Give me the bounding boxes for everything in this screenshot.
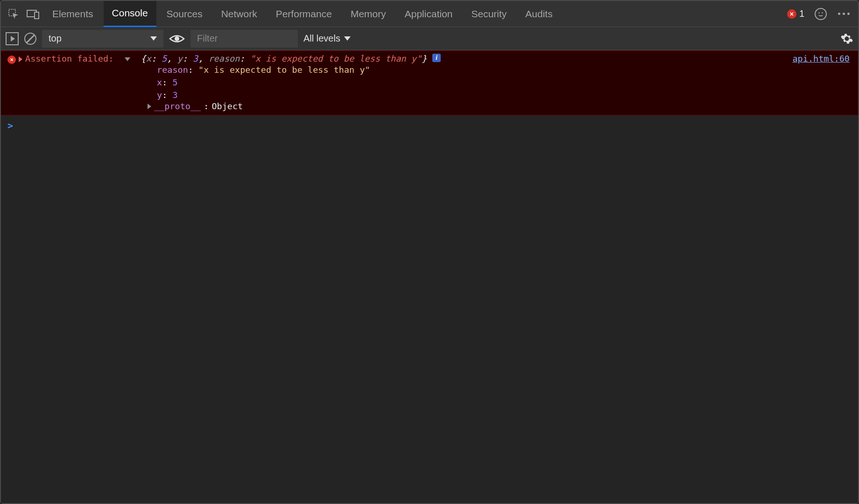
source-link[interactable]: api.html:60 xyxy=(792,54,850,63)
chevron-down-icon xyxy=(344,36,351,41)
error-icon: × xyxy=(7,56,16,64)
console-settings-icon[interactable] xyxy=(840,32,853,45)
object-property[interactable]: reason: "x is expected to be less than y… xyxy=(157,64,852,77)
tab-network[interactable]: Network xyxy=(213,1,266,27)
filter-input[interactable] xyxy=(190,30,298,48)
svg-point-4 xyxy=(822,12,823,14)
tab-console[interactable]: Console xyxy=(104,1,156,27)
error-count-value: 1 xyxy=(799,8,804,19)
error-count-badge[interactable]: × 1 xyxy=(787,8,804,19)
tab-elements[interactable]: Elements xyxy=(44,1,102,27)
execution-context-select[interactable]: top xyxy=(42,30,163,48)
object-preview[interactable]: {x: 5, y: 3, reason: "x is expected to b… xyxy=(141,54,427,63)
devtools-tabbar: Elements Console Sources Network Perform… xyxy=(1,1,858,27)
object-collapse-icon[interactable] xyxy=(125,57,130,61)
clear-console-icon[interactable] xyxy=(24,33,36,45)
inspect-element-icon[interactable] xyxy=(5,5,22,23)
tab-security[interactable]: Security xyxy=(463,1,515,27)
expand-toggle-icon[interactable] xyxy=(19,56,22,62)
object-expanded: reason: "x is expected to be less than y… xyxy=(7,64,852,101)
object-proto[interactable]: __proto__: Object xyxy=(7,101,852,111)
console-output: api.html:60 × Assertion failed: {x: 5, y… xyxy=(1,50,858,503)
object-property[interactable]: x: 5 xyxy=(157,77,852,89)
console-toolbar: top All levels xyxy=(1,27,858,50)
live-expression-icon[interactable] xyxy=(169,34,185,44)
error-icon: × xyxy=(787,9,796,19)
assertion-label: Assertion failed: xyxy=(25,54,113,63)
tab-memory[interactable]: Memory xyxy=(342,1,394,27)
execution-context-value: top xyxy=(49,33,62,44)
expand-toggle-icon[interactable] xyxy=(148,104,151,109)
console-prompt[interactable]: > xyxy=(1,115,858,136)
chevron-down-icon xyxy=(150,36,157,41)
log-levels-select[interactable]: All levels xyxy=(303,33,351,44)
svg-point-3 xyxy=(818,12,820,14)
feedback-icon[interactable] xyxy=(815,8,827,20)
device-toolbar-icon[interactable] xyxy=(24,5,42,23)
svg-point-5 xyxy=(175,36,179,41)
log-levels-label: All levels xyxy=(303,33,340,44)
toggle-console-drawer-icon[interactable] xyxy=(6,32,19,45)
object-property[interactable]: y: 3 xyxy=(157,89,852,102)
info-badge-icon[interactable]: i xyxy=(432,54,441,62)
prompt-chevron-icon: > xyxy=(7,120,13,131)
more-menu-icon[interactable] xyxy=(838,13,850,15)
tab-performance[interactable]: Performance xyxy=(268,1,340,27)
tab-audits[interactable]: Audits xyxy=(517,1,561,27)
tab-application[interactable]: Application xyxy=(396,1,461,27)
tab-sources[interactable]: Sources xyxy=(158,1,211,27)
console-error-message[interactable]: api.html:60 × Assertion failed: {x: 5, y… xyxy=(1,50,858,115)
svg-rect-2 xyxy=(35,12,39,19)
